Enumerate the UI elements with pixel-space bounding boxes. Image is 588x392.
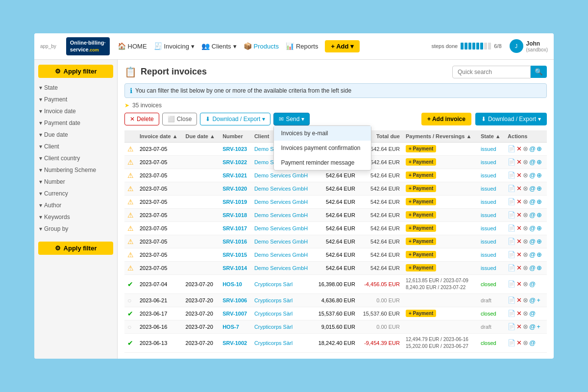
email-icon[interactable]: @ xyxy=(529,251,536,258)
nav-invoicing[interactable]: 🧾 Invoicing ▾ xyxy=(154,42,195,50)
filter-keywords[interactable]: ▾ Keywords xyxy=(38,212,113,222)
delete-row-icon[interactable]: ✕ xyxy=(516,185,522,192)
invoice-link[interactable]: SRV-1016 xyxy=(222,239,247,245)
invoice-link[interactable]: SRV-1020 xyxy=(222,186,247,192)
view-icon[interactable]: 📄 xyxy=(508,310,515,317)
invoice-link[interactable]: SRV-1017 xyxy=(222,225,247,231)
copy-icon[interactable]: ⊗ xyxy=(523,280,528,288)
filter-currency[interactable]: ▾ Currency xyxy=(38,189,113,198)
email-icon[interactable]: @ xyxy=(529,172,536,179)
settings-icon[interactable]: ⊕ xyxy=(537,172,542,179)
email-icon[interactable]: @ xyxy=(529,198,536,205)
copy-icon[interactable]: ⊗ xyxy=(523,310,528,317)
email-icon[interactable]: @ xyxy=(529,280,536,288)
search-button[interactable]: 🔍 xyxy=(531,66,547,78)
check-cell[interactable]: ⚠ xyxy=(124,195,137,208)
apply-filter-button[interactable]: ⚙ Apply filter xyxy=(38,65,113,78)
nav-clients[interactable]: 👥 Clients ▾ xyxy=(201,42,237,50)
delete-row-icon[interactable]: ✕ xyxy=(516,251,522,258)
settings-icon[interactable]: ⊕ xyxy=(537,198,542,205)
th-due-date[interactable]: Due date ▲ xyxy=(183,130,220,143)
check-cell[interactable]: ⚠ xyxy=(124,142,137,155)
settings-icon[interactable]: ⊕ xyxy=(537,145,542,152)
view-icon[interactable]: 📄 xyxy=(508,323,515,330)
check-cell[interactable]: ✔ xyxy=(124,274,137,294)
filter-payment[interactable]: ▾ Payment xyxy=(38,95,113,104)
payment-badge[interactable]: + Payment xyxy=(406,145,436,152)
th-payments[interactable]: Payments / Reversings ▲ xyxy=(403,130,478,143)
view-icon[interactable]: 📄 xyxy=(508,198,515,205)
delete-row-icon[interactable]: ✕ xyxy=(516,211,522,219)
copy-icon[interactable]: ⊗ xyxy=(523,264,528,271)
settings-icon[interactable]: ⊕ xyxy=(537,264,542,271)
close-button[interactable]: ⬜ Close xyxy=(162,113,197,125)
copy-icon[interactable]: ⊗ xyxy=(523,224,528,232)
payment-badge[interactable]: + Payment xyxy=(406,251,436,258)
copy-icon[interactable]: ⊗ xyxy=(523,211,528,219)
client-link[interactable]: Demo Services GmbH xyxy=(254,212,308,218)
client-link[interactable]: Crypticorps Sàrl xyxy=(254,311,293,317)
add-invoice-button[interactable]: + Add invoice xyxy=(421,113,471,125)
email-icon[interactable]: @ xyxy=(529,296,536,304)
copy-icon[interactable]: ⊗ xyxy=(523,185,528,192)
filter-numbering-scheme[interactable]: ▾ Numbering Scheme xyxy=(38,165,113,175)
check-cell[interactable]: ⚠ xyxy=(124,182,137,195)
apply-filter-button-bottom[interactable]: ⚙ Apply filter xyxy=(38,242,113,255)
client-link[interactable]: Demo Services GmbH xyxy=(254,252,308,258)
invoice-link[interactable]: SRV-1015 xyxy=(222,252,247,258)
invoice-link[interactable]: SRV-1002 xyxy=(222,340,247,346)
payment-badge[interactable]: + Payment xyxy=(406,238,436,245)
invoice-link[interactable]: SRV-1019 xyxy=(222,199,247,205)
check-cell[interactable]: ⚠ xyxy=(124,208,137,221)
delete-row-icon[interactable]: ✕ xyxy=(516,339,522,346)
payment-badge[interactable]: + Payment xyxy=(406,310,436,317)
delete-row-icon[interactable]: ✕ xyxy=(516,296,522,304)
email-icon[interactable]: @ xyxy=(529,185,536,192)
add-icon[interactable]: + xyxy=(537,323,540,330)
check-cell[interactable]: ⚠ xyxy=(124,248,137,261)
client-link[interactable]: Demo Services GmbH xyxy=(254,225,308,231)
email-icon[interactable]: @ xyxy=(529,264,536,271)
nav-home[interactable]: 🏠 HOME xyxy=(118,42,147,50)
payment-badge[interactable]: + Payment xyxy=(406,198,436,205)
copy-icon[interactable]: ⊗ xyxy=(523,251,528,258)
delete-row-icon[interactable]: ✕ xyxy=(516,238,522,245)
view-icon[interactable]: 📄 xyxy=(508,211,515,219)
check-cell[interactable]: ⚠ xyxy=(124,261,137,274)
delete-row-icon[interactable]: ✕ xyxy=(516,172,522,179)
invoice-link[interactable]: SRV-1022 xyxy=(222,159,247,165)
email-icon[interactable]: @ xyxy=(529,238,536,245)
payment-badge[interactable]: + Payment xyxy=(406,264,436,271)
delete-row-icon[interactable]: ✕ xyxy=(516,224,522,232)
check-cell[interactable]: ✔ xyxy=(124,333,137,352)
invoice-link[interactable]: SRV-1006 xyxy=(222,297,247,303)
settings-icon[interactable]: ⊕ xyxy=(537,224,542,232)
email-icon[interactable]: @ xyxy=(529,323,536,330)
copy-icon[interactable]: ⊗ xyxy=(523,145,528,152)
filter-state[interactable]: ▾ State xyxy=(38,83,113,93)
view-icon[interactable]: 📄 xyxy=(508,339,515,346)
add-icon[interactable]: + xyxy=(537,296,540,304)
delete-row-icon[interactable]: ✕ xyxy=(516,198,522,205)
client-link[interactable]: Demo Services GmbH xyxy=(254,265,308,271)
invoice-link[interactable]: SRV-1023 xyxy=(222,146,247,152)
payment-badge[interactable]: + Payment xyxy=(406,172,436,179)
delete-row-icon[interactable]: ✕ xyxy=(516,310,522,317)
search-input[interactable] xyxy=(452,66,531,78)
payment-badge[interactable]: + Payment xyxy=(406,185,436,192)
client-link[interactable]: Crypticorps Sàrl xyxy=(254,297,293,303)
dropdown-item-reminder[interactable]: Payment reminder message xyxy=(274,155,371,170)
filter-due-date[interactable]: ▾ Due date xyxy=(38,130,113,140)
invoice-link[interactable]: SRV-1021 xyxy=(222,172,247,178)
copy-icon[interactable]: ⊗ xyxy=(523,323,528,330)
view-icon[interactable]: 📄 xyxy=(508,238,515,245)
filter-author[interactable]: ▾ Author xyxy=(38,200,113,210)
invoice-link[interactable]: HOS-7 xyxy=(222,324,239,330)
filter-number[interactable]: ▾ Number xyxy=(38,177,113,187)
settings-icon[interactable]: ⊕ xyxy=(537,251,542,258)
payment-badge[interactable]: + Payment xyxy=(406,224,436,232)
delete-row-icon[interactable]: ✕ xyxy=(516,264,522,271)
settings-icon[interactable]: ⊕ xyxy=(537,238,542,245)
filter-payment-date[interactable]: ▾ Payment date xyxy=(38,118,113,128)
filter-group-by[interactable]: ▾ Group by xyxy=(38,224,113,234)
